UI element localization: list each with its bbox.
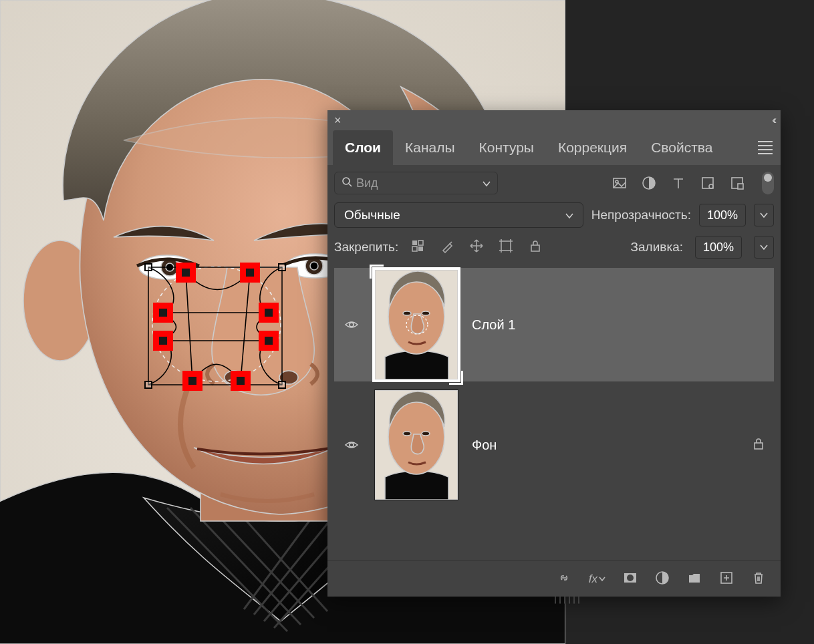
panel-tabs: СлоиКаналыКонтурыКоррекцияСвойства <box>327 130 781 165</box>
warp-mesh-handle[interactable] <box>176 263 196 283</box>
transform-corner-handle[interactable] <box>144 381 152 389</box>
chevron-down-icon <box>565 208 573 222</box>
svg-point-23 <box>709 184 713 188</box>
warp-mesh-handle[interactable] <box>259 331 279 351</box>
svg-point-36 <box>422 311 430 315</box>
svg-rect-43 <box>755 443 763 449</box>
lock-all-icon[interactable] <box>528 238 543 256</box>
svg-point-8 <box>310 262 318 270</box>
close-icon[interactable]: × <box>334 114 342 128</box>
tab-свойства[interactable]: Свойства <box>639 130 724 165</box>
layer-name[interactable]: Фон <box>472 438 497 453</box>
svg-point-35 <box>403 311 411 315</box>
fill-dropdown-button[interactable] <box>754 236 774 259</box>
visibility-toggle[interactable] <box>342 438 361 452</box>
opacity-dropdown-button[interactable] <box>754 204 774 226</box>
layer-name[interactable]: Слой 1 <box>472 317 515 333</box>
svg-point-41 <box>403 432 411 436</box>
panel-dock-grip[interactable]: ┃┃┃┃┃┃ <box>553 596 581 603</box>
tab-каналы[interactable]: Каналы <box>393 130 467 165</box>
lock-artboard-icon[interactable] <box>499 238 513 256</box>
layer-filter-kind-dropdown[interactable]: Вид <box>334 172 498 194</box>
mask-icon[interactable] <box>623 571 638 588</box>
hamburger-icon <box>758 141 773 154</box>
warp-mesh-handle[interactable] <box>153 303 173 323</box>
image-icon[interactable] <box>612 176 627 190</box>
collapse-panel-icon[interactable]: ‹‹ <box>772 114 774 126</box>
svg-rect-31 <box>531 245 539 251</box>
fill-value[interactable]: 100% <box>695 236 742 259</box>
visibility-toggle[interactable] <box>342 317 361 332</box>
svg-point-17 <box>343 178 350 184</box>
svg-point-42 <box>422 432 430 436</box>
layer-thumbnail[interactable] <box>374 389 458 500</box>
fx-icon[interactable]: fx <box>589 573 605 586</box>
svg-line-18 <box>349 184 352 186</box>
layer-row[interactable]: Слой 1 <box>334 268 774 381</box>
tab-слои[interactable]: Слои <box>333 130 393 165</box>
svg-rect-30 <box>501 241 511 251</box>
svg-line-13 <box>186 273 192 381</box>
tab-коррекция[interactable]: Коррекция <box>546 130 639 165</box>
transform-bounding-box[interactable] <box>140 262 290 390</box>
transform-corner-handle[interactable] <box>144 263 152 271</box>
layer-row[interactable]: Фон <box>334 388 774 502</box>
svg-point-38 <box>350 443 354 447</box>
type-icon[interactable] <box>671 176 686 190</box>
svg-point-45 <box>627 575 634 581</box>
adjustment-icon[interactable] <box>642 176 656 190</box>
transform-corner-handle[interactable] <box>278 381 286 389</box>
adjustment-layer-icon[interactable] <box>655 571 670 588</box>
warp-mesh-handle[interactable] <box>153 331 173 351</box>
group-icon[interactable] <box>687 571 702 588</box>
svg-rect-29 <box>418 247 423 251</box>
svg-rect-25 <box>738 184 743 189</box>
warp-mesh-handle[interactable] <box>259 303 279 323</box>
svg-line-14 <box>241 273 250 381</box>
lock-icon[interactable] <box>751 436 766 454</box>
warp-mesh-handle[interactable] <box>231 371 251 391</box>
lock-position-icon[interactable] <box>469 238 484 256</box>
layer-thumbnail[interactable] <box>374 269 458 380</box>
filter-toggle[interactable] <box>762 172 774 194</box>
transform-grid <box>140 262 290 390</box>
layers-panel: × ‹‹ СлоиКаналыКонтурыКоррекцияСвойства … <box>327 110 781 597</box>
link-icon[interactable] <box>557 571 571 588</box>
blend-mode-dropdown[interactable]: Обычные <box>334 202 583 228</box>
fill-label: Заливка: <box>631 240 683 255</box>
tab-контуры[interactable]: Контуры <box>467 130 546 165</box>
trash-icon[interactable] <box>751 571 766 588</box>
chevron-down-icon <box>483 176 491 190</box>
transform-corner-handle[interactable] <box>278 263 286 271</box>
warp-mesh-handle[interactable] <box>182 371 202 391</box>
layers-list: Слой 1 Фон <box>334 265 774 560</box>
blend-mode-value: Обычные <box>344 208 400 222</box>
smartobject-icon[interactable] <box>730 176 744 190</box>
lock-label: Закрепить: <box>334 240 398 255</box>
svg-point-32 <box>350 323 354 327</box>
opacity-value[interactable]: 100% <box>699 204 746 226</box>
panel-menu-button[interactable] <box>750 130 781 165</box>
warp-mesh-handle[interactable] <box>240 263 260 283</box>
svg-rect-27 <box>418 240 423 245</box>
search-icon <box>342 176 352 190</box>
lock-pixels-icon[interactable] <box>410 238 425 256</box>
svg-rect-26 <box>412 240 417 245</box>
lock-brush-icon[interactable] <box>440 238 454 256</box>
svg-rect-22 <box>702 178 713 188</box>
layers-panel-footer: fx <box>327 560 781 597</box>
opacity-label: Непрозрачность: <box>591 208 691 222</box>
svg-point-20 <box>616 180 618 183</box>
filter-kind-label: Вид <box>356 176 378 190</box>
svg-rect-28 <box>412 247 417 251</box>
new-layer-icon[interactable] <box>719 571 734 588</box>
shape-icon[interactable] <box>700 176 715 190</box>
